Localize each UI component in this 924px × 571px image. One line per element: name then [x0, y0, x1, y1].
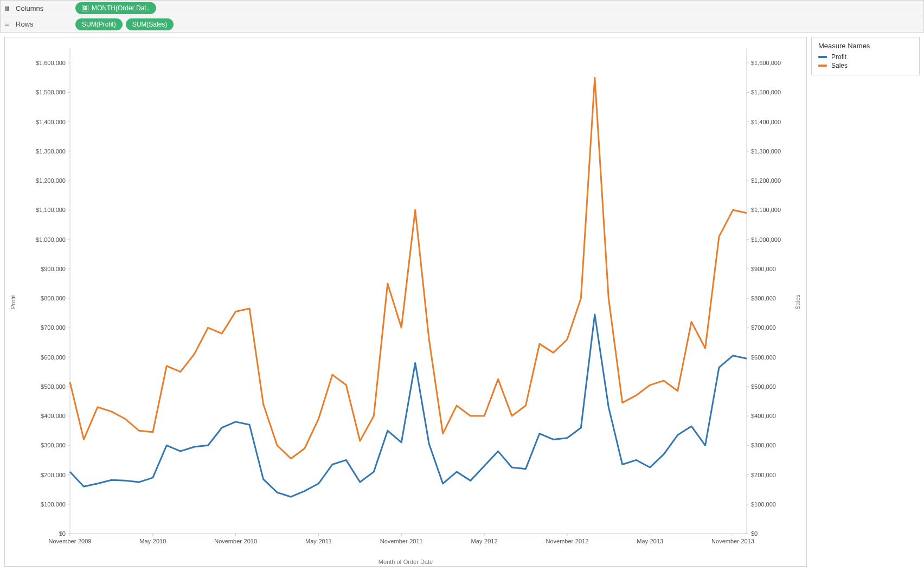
- y-right-tick-label: $600,000: [751, 354, 776, 361]
- y-left-tick-label: $500,000: [41, 383, 66, 390]
- columns-pills: ⊞ MONTH(Order Dat..: [75, 2, 156, 14]
- rows-icon: ≡: [5, 20, 12, 28]
- x-tick-label: May-2010: [139, 538, 166, 544]
- y-left-tick-label: $1,600,000: [36, 60, 66, 66]
- y-left-tick-label: $400,000: [41, 413, 66, 419]
- pill-sum-sales[interactable]: SUM(Sales): [126, 18, 174, 30]
- y-right-tick-label: $1,300,000: [751, 148, 781, 155]
- y-right-tick-label: $1,100,000: [751, 207, 781, 213]
- columns-shelf[interactable]: iii Columns ⊞ MONTH(Order Dat..: [0, 0, 924, 16]
- y-right-tick-label: $200,000: [751, 472, 776, 478]
- legend-swatch: [818, 65, 827, 67]
- y-right-tick-label: $1,200,000: [751, 177, 781, 184]
- pill-label: MONTH(Order Dat..: [92, 4, 150, 12]
- rows-pills: SUM(Profit) SUM(Sales): [75, 18, 174, 30]
- y-right-tick-label: $400,000: [751, 413, 776, 419]
- y-right-tick-label: $0: [751, 530, 758, 537]
- legend-item-sales[interactable]: Sales: [818, 62, 913, 69]
- chart-svg[interactable]: $0$0$100,000$100,000$200,000$200,000$300…: [5, 37, 806, 566]
- rows-shelf-label: ≡ Rows: [5, 20, 70, 28]
- y-left-tick-label: $100,000: [41, 501, 66, 508]
- y-right-tick-label: $1,000,000: [751, 236, 781, 243]
- pill-sum-profit[interactable]: SUM(Profit): [75, 18, 123, 30]
- rows-label-text: Rows: [16, 20, 34, 28]
- chart-panel[interactable]: Profit Sales Month of Order Date $0$0$10…: [4, 37, 807, 567]
- x-axis-title: Month of Order Date: [378, 559, 433, 565]
- x-tick-label: November-2010: [214, 538, 257, 544]
- y-left-tick-label: $1,200,000: [36, 177, 66, 184]
- legend-item-profit[interactable]: Profit: [818, 53, 913, 61]
- y-left-tick-label: $1,000,000: [36, 236, 66, 243]
- legend-title: Measure Names: [818, 42, 913, 50]
- y-right-tick-label: $500,000: [751, 383, 776, 390]
- y-right-tick-label: $900,000: [751, 266, 776, 272]
- y-left-tick-label: $0: [59, 530, 66, 537]
- x-tick-label: May-2011: [305, 538, 332, 544]
- pill-label: SUM(Sales): [132, 21, 168, 28]
- y-left-tick-label: $1,300,000: [36, 148, 66, 155]
- y-left-tick-label: $900,000: [41, 266, 66, 272]
- legend-label: Profit: [831, 53, 846, 61]
- y-left-tick-label: $700,000: [41, 324, 66, 331]
- y-left-axis-title: Profit: [10, 295, 16, 309]
- main-area: Profit Sales Month of Order Date $0$0$10…: [0, 33, 924, 571]
- legend-swatch: [818, 56, 827, 58]
- y-left-tick-label: $800,000: [41, 295, 66, 301]
- y-right-tick-label: $1,600,000: [751, 60, 781, 66]
- y-left-tick-label: $1,400,000: [36, 119, 66, 125]
- y-left-tick-label: $1,500,000: [36, 89, 66, 95]
- y-left-tick-label: $1,100,000: [36, 207, 66, 213]
- x-tick-label: November-2009: [49, 538, 92, 544]
- y-left-tick-label: $300,000: [41, 442, 66, 448]
- y-right-tick-label: $1,500,000: [751, 89, 781, 95]
- columns-shelf-label: iii Columns: [5, 4, 70, 12]
- y-left-tick-label: $200,000: [41, 472, 66, 478]
- y-right-tick-label: $1,400,000: [751, 119, 781, 125]
- rows-shelf[interactable]: ≡ Rows SUM(Profit) SUM(Sales): [0, 16, 924, 33]
- x-tick-label: November-2012: [546, 538, 588, 544]
- expand-icon[interactable]: ⊞: [82, 5, 88, 11]
- y-right-tick-label: $800,000: [751, 295, 776, 301]
- columns-label-text: Columns: [16, 4, 43, 12]
- x-tick-label: November-2011: [380, 538, 423, 544]
- series-profit[interactable]: [70, 315, 747, 497]
- y-right-tick-label: $700,000: [751, 324, 776, 331]
- x-tick-label: November-2013: [711, 538, 754, 544]
- x-tick-label: May-2013: [637, 538, 663, 544]
- y-right-axis-title: Sales: [794, 294, 801, 310]
- pill-label: SUM(Profit): [82, 21, 116, 28]
- legend-label: Sales: [831, 62, 848, 69]
- y-right-tick-label: $300,000: [751, 442, 776, 448]
- x-tick-label: May-2012: [471, 538, 498, 544]
- pill-month-order-date[interactable]: ⊞ MONTH(Order Dat..: [75, 2, 156, 14]
- legend-panel[interactable]: Measure Names ProfitSales: [811, 37, 920, 75]
- columns-icon: iii: [5, 4, 12, 12]
- y-right-tick-label: $100,000: [751, 501, 776, 508]
- y-left-tick-label: $600,000: [41, 354, 66, 361]
